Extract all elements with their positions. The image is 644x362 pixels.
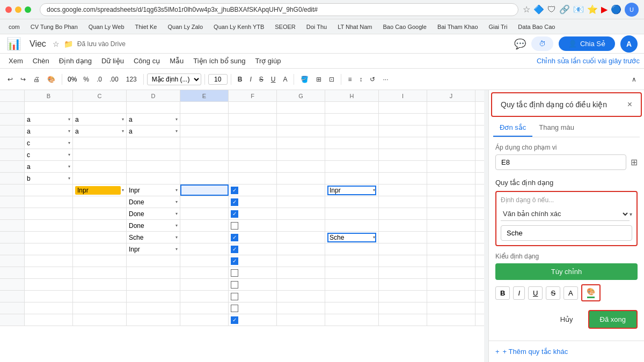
cell-f14[interactable]: ✓ — [229, 255, 277, 267]
cell-d16[interactable] — [127, 279, 180, 290]
bookmark-seoer[interactable]: SEOER — [270, 23, 300, 31]
cell-i11[interactable] — [379, 220, 427, 231]
format-strike-btn[interactable]: S — [546, 286, 560, 300]
text-color-btn[interactable]: A — [280, 74, 290, 85]
cell-b5[interactable]: c▾ — [25, 149, 73, 160]
tab-don-sac[interactable]: Đơn sắc — [493, 119, 532, 137]
cell-d1[interactable] — [127, 102, 180, 113]
cell-b4[interactable]: c▾ — [25, 137, 73, 149]
bookmark-doithu[interactable]: Doi Thu — [302, 23, 331, 31]
cell-e1[interactable] — [180, 102, 229, 113]
col-header-f[interactable]: F — [229, 90, 277, 101]
range-grid-btn[interactable]: ⊞ — [631, 157, 638, 167]
menu-xem[interactable]: Xem — [4, 55, 27, 67]
cell-e12[interactable] — [180, 232, 229, 243]
cell-c15[interactable] — [73, 267, 127, 278]
percent-btn[interactable]: % — [80, 74, 92, 85]
redo-btn[interactable]: ↪ — [17, 74, 29, 85]
bookmark-zalo[interactable]: Quan Ly Zalo — [163, 23, 207, 31]
cell-i12[interactable] — [379, 232, 427, 243]
account-avatar[interactable]: A — [620, 35, 638, 53]
cell-h12[interactable]: Sche ▾ — [325, 232, 379, 243]
cell-g1[interactable] — [277, 102, 325, 113]
cell-d18[interactable] — [127, 302, 180, 314]
cell-f18[interactable] — [229, 302, 277, 314]
cell-i10[interactable] — [379, 208, 427, 219]
checkbox-f11[interactable] — [231, 222, 238, 230]
cell-d3[interactable]: a▾ — [127, 125, 180, 137]
col-header-e[interactable]: E — [180, 90, 229, 101]
cell-h4[interactable] — [325, 137, 379, 149]
cell-c2[interactable]: a▾ — [73, 114, 127, 125]
cell-d6[interactable] — [127, 161, 180, 172]
cell-f17[interactable] — [229, 291, 277, 302]
cell-b1[interactable] — [25, 102, 73, 113]
cell-h9[interactable] — [325, 196, 379, 208]
cell-h16[interactable] — [325, 279, 379, 290]
extension-icon2[interactable]: 🛡 — [547, 5, 556, 14]
cell-c10[interactable] — [73, 208, 127, 219]
cell-c9[interactable] — [73, 196, 127, 208]
cell-b9[interactable] — [25, 196, 73, 208]
cell-h5[interactable] — [325, 149, 379, 160]
cell-d9[interactable]: Done▾ — [127, 196, 180, 208]
menu-trogiup[interactable]: Trợ giúp — [251, 55, 285, 67]
cell-h13[interactable] — [325, 243, 379, 255]
cell-e18[interactable] — [180, 302, 229, 314]
cell-j14[interactable] — [427, 255, 475, 267]
checkbox-f9[interactable]: ✓ — [231, 198, 238, 206]
col-header-d[interactable]: D — [127, 90, 180, 101]
cell-f1[interactable] — [229, 102, 277, 113]
decimal00-btn[interactable]: .00 — [106, 74, 122, 85]
cell-d2[interactable]: a▾ — [127, 114, 180, 125]
print-btn[interactable]: 🖨 — [30, 74, 43, 85]
cell-g17[interactable] — [277, 291, 325, 302]
cell-h6[interactable] — [325, 161, 379, 172]
extension-icon4[interactable]: 📧 — [573, 4, 584, 14]
cell-j18[interactable] — [427, 302, 475, 314]
cell-g5[interactable] — [277, 149, 325, 160]
more-btn[interactable]: ··· — [379, 74, 391, 85]
cell-i13[interactable] — [379, 243, 427, 255]
format-italic-btn[interactable]: I — [513, 286, 525, 300]
cell-b17[interactable] — [25, 291, 73, 302]
cell-j9[interactable] — [427, 196, 475, 208]
cell-h8[interactable]: Inpr ▾ — [325, 184, 379, 196]
bookmark-thietke[interactable]: Thiet Ke — [131, 23, 162, 31]
cell-e3[interactable] — [180, 125, 229, 137]
cell-i4[interactable] — [379, 137, 427, 149]
border-btn[interactable]: ⊞ — [313, 74, 325, 85]
cell-f3[interactable] — [229, 125, 277, 137]
cell-b19[interactable] — [25, 314, 73, 326]
cell-b16[interactable] — [25, 279, 73, 290]
cell-b14[interactable] — [25, 255, 73, 267]
cell-c1[interactable] — [73, 102, 127, 113]
cell-f13[interactable]: ✓ — [229, 243, 277, 255]
cell-j8[interactable] — [427, 184, 475, 196]
undo-btn[interactable]: ↩ — [4, 74, 16, 85]
extension-icon6[interactable]: ▶ — [601, 4, 608, 14]
cell-h1[interactable] — [325, 102, 379, 113]
share-button[interactable]: 👤 Chia Sẻ — [559, 36, 615, 51]
bookmark-data[interactable]: Data Bao Cao — [514, 23, 559, 31]
cell-h11[interactable] — [325, 220, 379, 231]
checkbox-f19[interactable]: ✓ — [231, 316, 238, 324]
col-header-b[interactable]: B — [25, 90, 73, 101]
cell-g8[interactable] — [277, 184, 325, 196]
rotate-btn[interactable]: ↺ — [367, 74, 378, 85]
col-header-j[interactable]: J — [427, 90, 475, 101]
cell-e8[interactable] — [180, 184, 229, 196]
cell-e9[interactable] — [180, 196, 229, 208]
cell-e11[interactable] — [180, 220, 229, 231]
cell-e17[interactable] — [180, 291, 229, 302]
cell-g6[interactable] — [277, 161, 325, 172]
checkbox-f18[interactable] — [231, 305, 238, 312]
cell-e5[interactable] — [180, 149, 229, 160]
cell-j1[interactable] — [427, 102, 475, 113]
cell-e2[interactable] — [180, 114, 229, 125]
cell-j17[interactable] — [427, 291, 475, 302]
cell-b12[interactable] — [25, 232, 73, 243]
menu-mau[interactable]: Mẫu — [165, 55, 188, 67]
decimal0-btn[interactable]: .0 — [93, 74, 105, 85]
comment-icon[interactable]: 💬 — [514, 38, 526, 50]
